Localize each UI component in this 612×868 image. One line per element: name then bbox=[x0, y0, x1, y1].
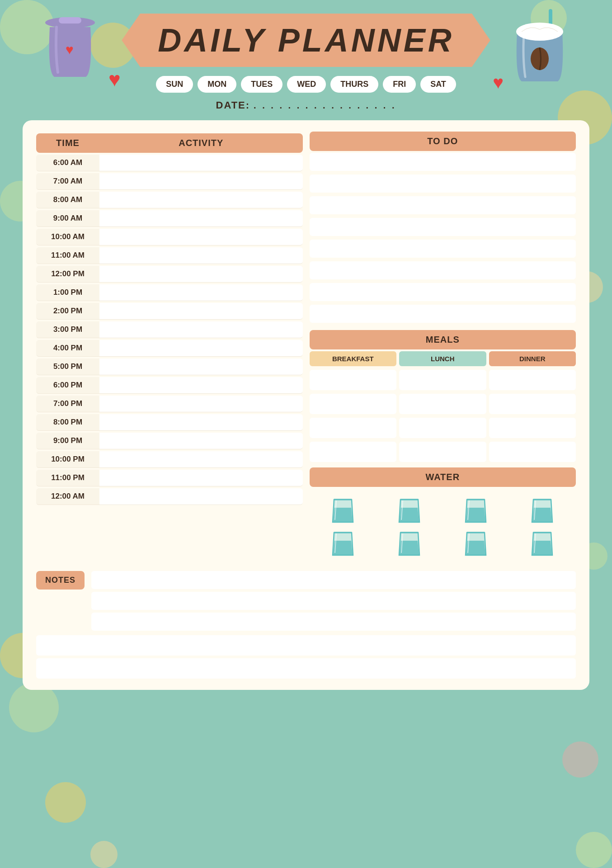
extra-notes bbox=[36, 635, 576, 679]
schedule-row-16: 10:00 PM bbox=[36, 451, 303, 468]
notes-label: NOTES bbox=[36, 571, 85, 590]
lunch-row1[interactable] bbox=[399, 370, 486, 390]
water-glass-1[interactable] bbox=[378, 495, 441, 524]
dinner-row1[interactable] bbox=[489, 370, 576, 390]
breakfast-row1[interactable] bbox=[310, 370, 397, 390]
activity-cell-6[interactable] bbox=[99, 266, 303, 283]
time-cell-7: 1:00 PM bbox=[36, 284, 99, 301]
meals-header: MEALS bbox=[310, 330, 576, 349]
activity-cell-18[interactable] bbox=[99, 488, 303, 505]
notes-line-1[interactable] bbox=[91, 571, 576, 589]
activity-cell-8[interactable] bbox=[99, 303, 303, 320]
todo-row-6[interactable] bbox=[310, 283, 576, 301]
time-cell-8: 2:00 PM bbox=[36, 303, 99, 320]
coffee-right-icon bbox=[508, 9, 571, 88]
time-cell-1: 7:00 AM bbox=[36, 173, 99, 190]
day-btn-tues[interactable]: TUES bbox=[241, 76, 282, 93]
day-btn-wed[interactable]: WED bbox=[287, 76, 326, 93]
todo-row-7[interactable] bbox=[310, 305, 576, 323]
notes-line-3[interactable] bbox=[91, 613, 576, 631]
dinner-header: DINNER bbox=[489, 351, 576, 366]
time-cell-5: 11:00 AM bbox=[36, 247, 99, 264]
activity-cell-16[interactable] bbox=[99, 451, 303, 468]
water-header: WATER bbox=[310, 467, 576, 487]
schedule-row-18: 12:00 AM bbox=[36, 488, 303, 505]
date-label: DATE: bbox=[216, 99, 250, 111]
breakfast-header: BREAKFAST bbox=[310, 351, 397, 366]
activity-cell-12[interactable] bbox=[99, 377, 303, 394]
water-glass-2[interactable] bbox=[444, 495, 507, 524]
time-cell-13: 7:00 PM bbox=[36, 396, 99, 412]
activity-cell-14[interactable] bbox=[99, 414, 303, 431]
schedule-row-13: 7:00 PM bbox=[36, 396, 303, 412]
todo-row-2[interactable] bbox=[310, 196, 576, 214]
todo-row-0[interactable] bbox=[310, 153, 576, 171]
time-cell-9: 3:00 PM bbox=[36, 321, 99, 338]
schedule-row-8: 2:00 PM bbox=[36, 303, 303, 320]
water-glass-4[interactable] bbox=[312, 528, 375, 557]
schedule-row-7: 1:00 PM bbox=[36, 284, 303, 301]
schedule-row-3: 9:00 AM bbox=[36, 210, 303, 227]
banner: DAILY PLANNER bbox=[122, 14, 490, 67]
lunch-row4[interactable] bbox=[399, 442, 486, 462]
water-glass-0[interactable] bbox=[312, 495, 375, 524]
activity-cell-17[interactable] bbox=[99, 470, 303, 486]
lunch-row3[interactable] bbox=[399, 418, 486, 438]
todo-row-5[interactable] bbox=[310, 261, 576, 279]
day-btn-sun[interactable]: SUN bbox=[156, 76, 193, 93]
day-btn-thurs[interactable]: THURS bbox=[330, 76, 378, 93]
todo-row-1[interactable] bbox=[310, 175, 576, 193]
water-glass-6[interactable] bbox=[444, 528, 507, 557]
water-glass-7[interactable] bbox=[511, 528, 574, 557]
todo-row-3[interactable] bbox=[310, 218, 576, 236]
dinner-row3[interactable] bbox=[489, 418, 576, 438]
dinner-row2[interactable] bbox=[489, 394, 576, 414]
activity-cell-10[interactable] bbox=[99, 340, 303, 357]
schedule-table: TIME ACTIVITY 6:00 AM7:00 AM8:00 AM9:00 … bbox=[36, 132, 303, 507]
time-cell-16: 10:00 PM bbox=[36, 451, 99, 468]
activity-cell-9[interactable] bbox=[99, 321, 303, 338]
schedule-row-4: 10:00 AM bbox=[36, 229, 303, 245]
activity-header: ACTIVITY bbox=[99, 133, 303, 153]
activity-cell-5[interactable] bbox=[99, 247, 303, 264]
todo-header: TO DO bbox=[310, 132, 576, 151]
breakfast-row2[interactable] bbox=[310, 394, 397, 414]
time-cell-4: 10:00 AM bbox=[36, 229, 99, 245]
schedule-row-14: 8:00 PM bbox=[36, 414, 303, 431]
extra-notes-line-1[interactable] bbox=[36, 635, 576, 656]
water-glass-3[interactable] bbox=[511, 495, 574, 524]
breakfast-row3[interactable] bbox=[310, 418, 397, 438]
time-cell-18: 12:00 AM bbox=[36, 488, 99, 505]
time-cell-2: 8:00 AM bbox=[36, 192, 99, 208]
activity-cell-2[interactable] bbox=[99, 192, 303, 208]
water-section: WATER bbox=[310, 467, 576, 562]
time-cell-14: 8:00 PM bbox=[36, 414, 99, 431]
activity-cell-4[interactable] bbox=[99, 229, 303, 245]
extra-notes-line-2[interactable] bbox=[36, 658, 576, 679]
notes-line-2[interactable] bbox=[91, 592, 576, 610]
day-btn-sat[interactable]: SAT bbox=[420, 76, 456, 93]
heart-right-icon: ♥ bbox=[493, 72, 504, 93]
breakfast-row4[interactable] bbox=[310, 442, 397, 462]
meals-grid: BREAKFAST LUNCH DINNER bbox=[310, 351, 576, 462]
lunch-row2[interactable] bbox=[399, 394, 486, 414]
dinner-row4[interactable] bbox=[489, 442, 576, 462]
heart-left-icon: ♥ bbox=[108, 68, 121, 91]
time-cell-0: 6:00 AM bbox=[36, 155, 99, 171]
activity-cell-1[interactable] bbox=[99, 173, 303, 190]
day-btn-mon[interactable]: MON bbox=[198, 76, 236, 93]
activity-cell-3[interactable] bbox=[99, 210, 303, 227]
activity-cell-11[interactable] bbox=[99, 359, 303, 375]
schedule-row-10: 4:00 PM bbox=[36, 340, 303, 357]
activity-cell-7[interactable] bbox=[99, 284, 303, 301]
activity-cell-15[interactable] bbox=[99, 433, 303, 449]
water-glasses bbox=[310, 491, 576, 562]
water-glass-5[interactable] bbox=[378, 528, 441, 557]
day-btn-fri[interactable]: FRI bbox=[383, 76, 416, 93]
todo-rows bbox=[310, 153, 576, 325]
todo-row-4[interactable] bbox=[310, 240, 576, 258]
activity-cell-0[interactable] bbox=[99, 155, 303, 171]
schedule-row-17: 11:00 PM bbox=[36, 470, 303, 486]
time-cell-3: 9:00 AM bbox=[36, 210, 99, 227]
activity-cell-13[interactable] bbox=[99, 396, 303, 412]
